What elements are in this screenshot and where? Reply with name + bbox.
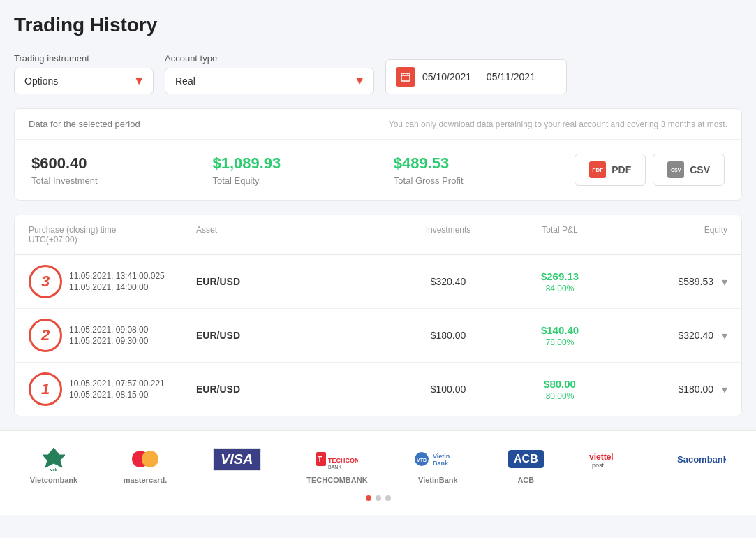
trading-instrument-value: Options <box>24 75 128 87</box>
pdf-button-label: PDF <box>612 164 631 175</box>
carousel-dot-1[interactable] <box>366 495 371 501</box>
account-type-select[interactable]: Real ▼ <box>165 68 374 94</box>
pdf-button[interactable]: PDF PDF <box>575 154 646 186</box>
vietinbank-logo-img: VTB Vietin Bank <box>413 445 462 473</box>
bank-logos: vcb Vietcombank mastercard. VISA <box>14 445 742 484</box>
th-asset: Asset <box>196 225 392 245</box>
viettel-logo-img: viettel post <box>589 445 631 473</box>
csv-button[interactable]: CSV CSV <box>653 154 725 186</box>
table-row: 1 10.05.2021, 07:57:00.221 10.05.2021, 0… <box>15 363 741 416</box>
row-number-3: 3 <box>29 265 62 298</box>
th-investments: Investments <box>392 225 504 245</box>
time-cell-1: 3 11.05.2021, 13:41:00.025 11.05.2021, 1… <box>29 265 196 298</box>
pnl-cell-3: $80.00 80.00% <box>504 378 616 401</box>
acb-logo-img: ACB <box>508 445 544 473</box>
svg-marker-4 <box>43 448 65 467</box>
visa-logo-img: VISA <box>213 445 261 473</box>
time-lines-1: 11.05.2021, 13:41:00.025 11.05.2021, 14:… <box>69 271 165 292</box>
trading-instrument-select[interactable]: Options ▼ <box>14 68 154 94</box>
expand-arrow-3[interactable]: ▾ <box>722 383 727 396</box>
closing-time-2: 11.05.2021, 09:30:00 <box>69 336 148 346</box>
trading-instrument-dropdown-arrow: ▼ <box>133 75 144 87</box>
account-type-label: Account type <box>165 53 374 64</box>
total-investment-value: $600.40 <box>31 154 212 173</box>
vietinbank-logo: VTB Vietin Bank VietinBank <box>413 445 462 484</box>
th-equity: Equity <box>616 225 727 245</box>
techcombank-logo-img: T TECHCOM BANK <box>316 445 358 473</box>
visa-wordmark: VISA <box>213 448 261 471</box>
pdf-icon: PDF <box>589 161 606 178</box>
equity-value-3: $180.00 <box>678 384 713 395</box>
purchase-time-2: 11.05.2021, 09:08:00 <box>69 325 148 335</box>
sacombank-name: . <box>701 476 703 484</box>
time-lines-2: 11.05.2021, 09:08:00 11.05.2021, 09:30:0… <box>69 325 148 346</box>
time-cell-2: 2 11.05.2021, 09:08:00 11.05.2021, 09:30… <box>29 319 196 352</box>
data-section: Data for the selected period You can onl… <box>14 108 742 201</box>
expand-arrow-1[interactable]: ▾ <box>722 275 727 289</box>
purchase-time-1: 11.05.2021, 13:41:00.025 <box>69 271 165 281</box>
sacombank-logo-img: Sacombank <box>677 445 726 473</box>
vietcombank-name: Vietcombank <box>30 476 77 484</box>
visa-name: . <box>236 476 238 484</box>
svg-text:Bank: Bank <box>433 460 449 467</box>
pnl-cell-2: $140.40 78.00% <box>504 324 616 347</box>
row-number-1: 1 <box>29 372 62 406</box>
total-equity-label: Total Equity <box>212 175 393 186</box>
mastercard-logo: mastercard. <box>124 445 167 484</box>
investment-cell-2: $180.00 <box>392 330 504 341</box>
account-type-value: Real <box>175 75 348 87</box>
total-gross-profit-stat: $489.53 Total Gross Profit <box>394 154 575 186</box>
carousel-dot-2[interactable] <box>376 495 381 501</box>
equity-cell-3: $180.00 ▾ <box>616 383 727 396</box>
svg-text:post: post <box>592 462 605 469</box>
carousel-dot-3[interactable] <box>385 495 391 501</box>
asset-cell-1: EUR/USD <box>196 276 392 287</box>
expand-arrow-2[interactable]: ▾ <box>722 329 727 342</box>
data-section-header: Data for the selected period You can onl… <box>15 109 741 140</box>
viettel-name: . <box>609 476 612 484</box>
techcombank-logo: T TECHCOM BANK TECHCOMBANK <box>306 445 367 484</box>
table-section: Purchase (closing) time UTC(+07:00) Asse… <box>14 215 742 416</box>
svg-text:Vietin: Vietin <box>433 453 450 460</box>
asset-cell-2: EUR/USD <box>196 330 392 341</box>
total-equity-value: $1,089.93 <box>212 154 393 173</box>
total-gross-profit-label: Total Gross Profit <box>394 175 575 186</box>
pnl-value-1: $269.13 <box>541 270 579 282</box>
purchase-time-3: 10.05.2021, 07:57:00.221 <box>69 379 165 388</box>
mastercard-name: mastercard. <box>124 476 167 484</box>
acb-logo: ACB ACB <box>508 445 544 484</box>
mastercard-logo-img <box>132 445 158 473</box>
time-lines-3: 10.05.2021, 07:57:00.221 10.05.2021, 08:… <box>69 379 165 400</box>
svg-text:BANK: BANK <box>328 465 341 470</box>
row-number-2: 2 <box>29 319 62 352</box>
pnl-percent-3: 80.00% <box>546 391 575 401</box>
download-note: You can only download data pertaining to… <box>389 119 727 129</box>
equity-value-2: $320.40 <box>678 330 713 341</box>
total-investment-label: Total Investment <box>31 175 212 186</box>
sacombank-logo: Sacombank . <box>677 445 726 484</box>
trading-instrument-label: Trading instrument <box>14 53 154 64</box>
visa-logo: VISA . <box>213 445 261 484</box>
svg-text:vcb: vcb <box>50 467 58 472</box>
closing-time-1: 11.05.2021, 14:00:00 <box>69 282 165 292</box>
page-title: Trading History <box>14 14 742 36</box>
acb-name: ACB <box>517 476 534 484</box>
svg-text:viettel: viettel <box>589 452 614 462</box>
vietcombank-logo-img: vcb <box>40 445 68 473</box>
vietinbank-name: VietinBank <box>418 476 458 484</box>
investment-cell-1: $320.40 <box>392 276 504 287</box>
main-content: Trading History Trading instrument Optio… <box>0 0 756 416</box>
pnl-percent-1: 84.00% <box>546 284 575 293</box>
date-range-picker[interactable]: 05/10/2021 — 05/11/2021 <box>385 59 567 94</box>
total-gross-profit-value: $489.53 <box>394 154 575 173</box>
techcombank-name: TECHCOMBANK <box>306 476 367 484</box>
date-range-text: 05/10/2021 — 05/11/2021 <box>422 71 535 82</box>
total-equity-stat: $1,089.93 Total Equity <box>212 154 393 186</box>
acb-wordmark: ACB <box>508 450 544 468</box>
svg-text:T: T <box>318 456 322 463</box>
account-type-dropdown-arrow: ▼ <box>354 75 365 87</box>
svg-text:Sacombank: Sacombank <box>677 454 726 465</box>
time-cell-3: 1 10.05.2021, 07:57:00.221 10.05.2021, 0… <box>29 372 196 406</box>
svg-text:TECHCOM: TECHCOM <box>328 457 358 464</box>
pnl-cell-1: $269.13 84.00% <box>504 270 616 293</box>
